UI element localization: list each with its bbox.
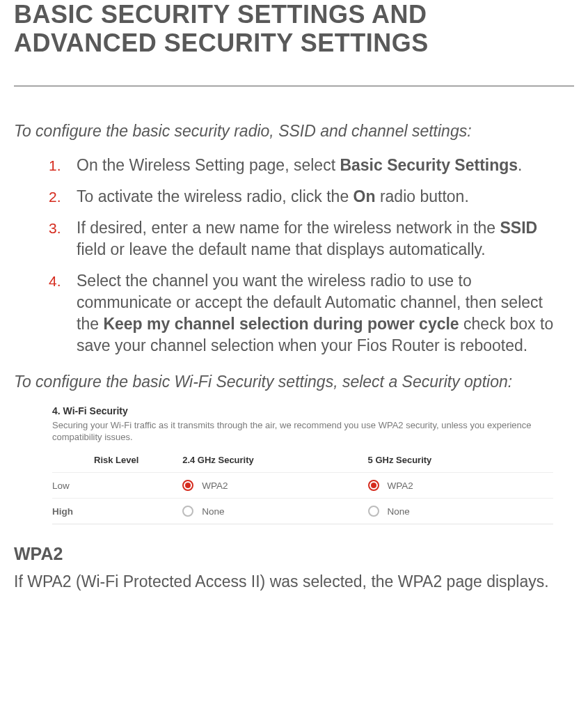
step-1: 1. On the Wireless Setting page, select … bbox=[14, 155, 574, 176]
panel-title: 4. Wi-Fi Security bbox=[52, 405, 553, 416]
intro-configure-radio: To configure the basic security radio, S… bbox=[14, 121, 574, 142]
header-risk-level: Risk Level bbox=[52, 451, 182, 473]
header-24ghz: 2.4 GHz Security bbox=[182, 451, 367, 473]
page-title: BASIC SECURITY SETTINGS AND ADVANCED SEC… bbox=[14, 0, 574, 58]
step-3: 3. If desired, enter a new name for the … bbox=[14, 217, 574, 260]
security-table: Risk Level 2.4 GHz Security 5 GHz Securi… bbox=[52, 451, 553, 524]
divider bbox=[14, 86, 574, 86]
steps-list: 1. On the Wireless Setting page, select … bbox=[14, 155, 574, 357]
step-4-text: Select the channel you want the wireless… bbox=[77, 270, 574, 357]
radio-5ghz-wpa2-label: WPA2 bbox=[388, 480, 413, 491]
step-4: 4. Select the channel you want the wirel… bbox=[14, 270, 574, 357]
step-3-number: 3. bbox=[49, 217, 77, 238]
table-row: High None None bbox=[52, 499, 553, 524]
risk-level-high: High bbox=[52, 499, 182, 524]
step-2-text: To activate the wireless radio, click th… bbox=[77, 186, 574, 208]
risk-level-low: Low bbox=[52, 473, 182, 499]
step-4-number: 4. bbox=[49, 270, 77, 291]
wpa2-body: If WPA2 (Wi-Fi Protected Access II) was … bbox=[14, 571, 574, 593]
radio-24ghz-none-label: None bbox=[202, 506, 224, 517]
table-row: Low WPA2 WPA2 bbox=[52, 473, 553, 499]
step-3-text: If desired, enter a new name for the wir… bbox=[77, 217, 574, 260]
panel-description: Securing your Wi-Fi traffic as it transm… bbox=[52, 419, 553, 444]
intro-wifi-security: To configure the basic Wi-Fi Security se… bbox=[14, 372, 574, 393]
radio-24ghz-wpa2-label: WPA2 bbox=[202, 480, 228, 491]
step-1-text: On the Wireless Setting page, select Bas… bbox=[77, 155, 574, 176]
radio-24ghz-wpa2[interactable] bbox=[182, 480, 193, 491]
step-2: 2. To activate the wireless radio, click… bbox=[14, 186, 574, 208]
wpa2-heading: WPA2 bbox=[14, 544, 574, 564]
step-1-number: 1. bbox=[49, 155, 77, 175]
radio-5ghz-none[interactable] bbox=[368, 506, 379, 517]
wifi-security-panel: 4. Wi-Fi Security Securing your Wi-Fi tr… bbox=[52, 405, 553, 524]
header-5ghz: 5 GHz Security bbox=[368, 451, 553, 473]
radio-5ghz-none-label: None bbox=[388, 506, 410, 517]
step-2-number: 2. bbox=[49, 186, 77, 207]
radio-24ghz-none[interactable] bbox=[182, 506, 193, 517]
radio-5ghz-wpa2[interactable] bbox=[368, 480, 379, 491]
